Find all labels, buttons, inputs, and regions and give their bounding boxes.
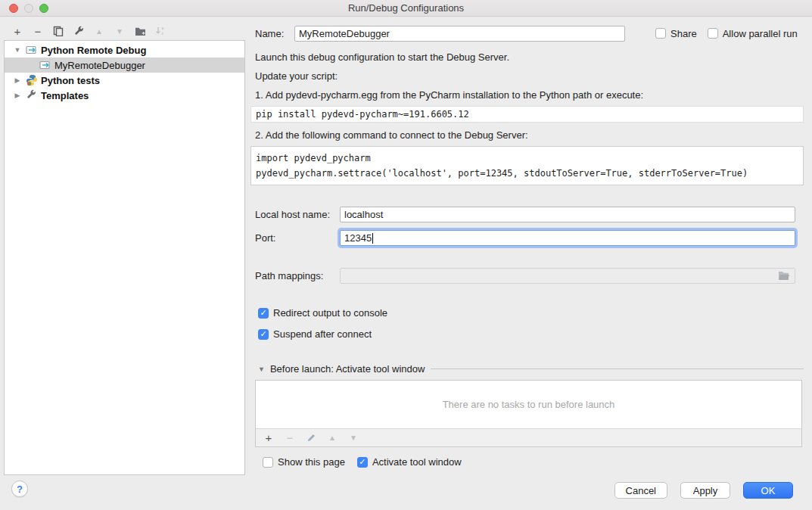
configuration-editor: Name: Share Allow parallel run Launch th… (250, 17, 804, 468)
window-title: Run/Debug Configurations (0, 2, 812, 14)
allow-parallel-run-checkbox[interactable] (708, 28, 718, 39)
expand-icon[interactable]: ▶ (14, 92, 21, 99)
step2-text: 2. Add the following command to connect … (250, 129, 804, 141)
templates-wrench-icon (26, 89, 38, 101)
name-label: Name: (255, 28, 294, 39)
create-folder-icon[interactable] (133, 24, 147, 38)
edit-task-pencil-icon[interactable] (304, 431, 318, 445)
suspend-after-connect-label: Suspend after connect (273, 328, 372, 340)
copy-configuration-icon[interactable] (51, 24, 65, 38)
port-input[interactable]: 12345 (340, 230, 795, 246)
before-launch-header[interactable]: ▼ Before launch: Activate tool window (250, 363, 804, 375)
add-configuration-icon[interactable]: + (11, 24, 24, 38)
move-down-icon[interactable]: ▼ (113, 24, 126, 38)
help-button[interactable]: ? (11, 480, 28, 497)
footer-buttons: Cancel Apply OK (614, 482, 793, 499)
code-line-1: import pydevd_pycharm (256, 151, 798, 166)
code-line-2: pydevd_pycharm.settrace('localhost', por… (256, 166, 798, 181)
page-options-row: Show this page ✓ Activate tool window (250, 456, 804, 468)
edit-defaults-wrench-icon[interactable] (72, 24, 86, 38)
update-script-text: Update your script: (250, 70, 804, 82)
path-mappings-row: Path mappings: (250, 268, 804, 284)
name-row: Name: Share Allow parallel run (250, 25, 804, 42)
pip-command-text: pip install pydevd-pycharm~=191.6605.12 (256, 109, 469, 120)
local-host-row: Local host name: (250, 207, 804, 222)
redirect-output-checkbox[interactable]: ✓ (258, 308, 269, 319)
share-checkbox[interactable] (655, 28, 666, 39)
path-mappings-input[interactable] (340, 268, 795, 284)
header-separator-line (431, 369, 804, 369)
cancel-button[interactable]: Cancel (614, 482, 667, 499)
python-tests-icon (26, 74, 38, 86)
svg-text:z: z (161, 31, 163, 36)
activate-tool-window-label: Activate tool window (372, 456, 462, 468)
add-task-icon[interactable]: + (262, 431, 275, 445)
tree-item-python-remote-debug[interactable]: ▼ Python Remote Debug (5, 42, 244, 58)
path-mappings-label: Path mappings: (250, 270, 340, 281)
tree-item-myremotedebugger[interactable]: MyRemoteDebugger (5, 58, 244, 73)
show-this-page-checkbox[interactable] (263, 457, 273, 468)
tree-item-label: Templates (41, 90, 89, 101)
run-debug-configurations-dialog: Run/Debug Configurations + − ▲ ▼ az ▼ Py… (0, 0, 812, 510)
configurations-tree: ▼ Python Remote Debug MyRemoteDebugger ▶… (4, 40, 245, 475)
move-task-up-icon[interactable]: ▲ (325, 431, 339, 445)
remote-debug-config-icon (39, 59, 51, 71)
activate-tool-window-checkbox[interactable]: ✓ (357, 457, 368, 468)
share-label: Share (670, 28, 697, 39)
collapse-icon[interactable]: ▼ (258, 365, 265, 373)
tree-item-label: Python Remote Debug (41, 45, 146, 56)
tree-item-templates[interactable]: ▶ Templates (5, 88, 244, 103)
browse-folder-icon[interactable] (778, 271, 790, 281)
suspend-after-connect-row: ✓ Suspend after connect (250, 328, 804, 340)
settrace-code-block[interactable]: import pydevd_pycharm pydevd_pycharm.set… (250, 146, 804, 185)
remove-configuration-icon[interactable]: − (31, 24, 45, 38)
pip-command-block[interactable]: pip install pydevd-pycharm~=191.6605.12 (250, 106, 804, 123)
text-caret (372, 233, 373, 244)
intro-text: Launch this debug configuration to start… (250, 51, 804, 64)
titlebar: Run/Debug Configurations (0, 0, 812, 17)
sort-alphabetically-icon[interactable]: az (154, 24, 167, 38)
tree-item-label: MyRemoteDebugger (54, 60, 145, 71)
port-label: Port: (250, 232, 340, 244)
port-row: Port: 12345 (250, 230, 804, 246)
local-host-label: Local host name: (250, 209, 340, 220)
tree-item-label: Python tests (41, 75, 100, 86)
tasks-toolbar: + − ▲ ▼ (256, 429, 801, 446)
dialog-footer: ? Cancel Apply OK (0, 475, 812, 510)
empty-tasks-message: There are no tasks to run before launch (256, 381, 801, 429)
move-task-down-icon[interactable]: ▼ (347, 431, 360, 445)
remote-debug-config-icon (26, 44, 38, 56)
redirect-output-row: ✓ Redirect output to console (250, 307, 804, 319)
redirect-output-label: Redirect output to console (273, 307, 387, 319)
port-value: 12345 (344, 232, 372, 244)
svg-text:a: a (161, 26, 164, 30)
expand-icon[interactable]: ▶ (14, 76, 21, 84)
tree-item-python-tests[interactable]: ▶ Python tests (5, 73, 244, 88)
apply-button[interactable]: Apply (680, 482, 730, 499)
show-this-page-label: Show this page (278, 456, 345, 468)
step1-text: 1. Add pydevd-pycharm.egg from the PyCha… (250, 89, 804, 101)
remove-task-icon[interactable]: − (283, 431, 297, 445)
collapse-icon[interactable]: ▼ (14, 46, 21, 54)
configurations-toolbar: + − ▲ ▼ az (11, 23, 167, 39)
before-launch-title: Before launch: Activate tool window (270, 363, 425, 375)
name-input[interactable] (294, 26, 625, 42)
ok-button[interactable]: OK (743, 482, 793, 499)
before-launch-tasks-panel: There are no tasks to run before launch … (255, 380, 802, 447)
suspend-after-connect-checkbox[interactable]: ✓ (258, 329, 269, 340)
local-host-input[interactable] (340, 207, 795, 222)
allow-parallel-run-label: Allow parallel run (723, 28, 798, 39)
move-up-icon[interactable]: ▲ (92, 24, 106, 38)
